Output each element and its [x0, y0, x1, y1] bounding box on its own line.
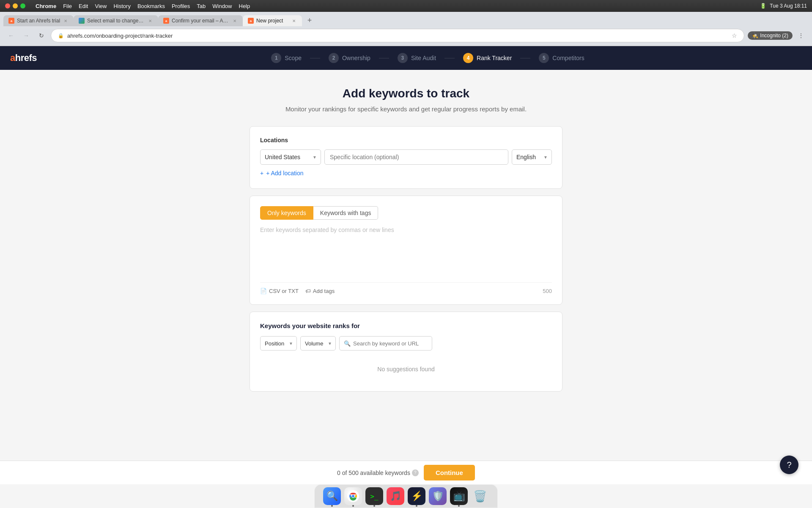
tab-favicon-3: a — [163, 18, 169, 24]
step-num-3: 3 — [398, 53, 408, 63]
close-button[interactable] — [5, 3, 10, 8]
browser-chrome: a Start an Ahrefs trial ✕ Select email t… — [0, 12, 812, 46]
menu-edit[interactable]: Edit — [79, 3, 88, 9]
filters-row: Position ▼ Volume ▼ 🔍 — [260, 336, 552, 351]
app-header: ahrefs 1 Scope 2 Ownership 3 Site Audit — [0, 46, 812, 70]
ahrefs-logo: ahrefs — [10, 52, 37, 64]
menu-view[interactable]: View — [95, 3, 107, 9]
help-button[interactable]: ? — [780, 456, 798, 474]
dock-thunderbolt[interactable]: ⚡ — [408, 487, 425, 505]
menu-profiles[interactable]: Profiles — [172, 3, 190, 9]
tab-close-3[interactable]: ✕ — [232, 18, 238, 24]
step-num-4: 4 — [463, 53, 473, 63]
position-filter-wrapper: Position ▼ — [260, 336, 297, 351]
step-rank-tracker[interactable]: 4 Rank Tracker — [455, 53, 520, 63]
tab-title-1: Start an Ahrefs trial — [17, 18, 60, 24]
maximize-button[interactable] — [20, 3, 25, 8]
step-label-5: Competitors — [552, 55, 584, 61]
char-count: 500 — [543, 288, 552, 294]
keywords-card: Only keywords Keywords with tags 📄 CSV o… — [250, 196, 562, 305]
step-scope[interactable]: 1 Scope — [263, 53, 310, 63]
tab-title-2: Select email to change | Djang... — [87, 18, 145, 24]
extensions-button[interactable]: ⋮ — [795, 30, 807, 41]
browser-tab-2[interactable]: Select email to change | Djang... ✕ — [74, 15, 158, 26]
logo-a: a — [10, 52, 15, 63]
country-select-wrapper: United States United Kingdom Canada Aust… — [260, 149, 321, 165]
tab-only-keywords[interactable]: Only keywords — [260, 206, 313, 220]
browser-tab-1[interactable]: a Start an Ahrefs trial ✕ — [3, 15, 74, 26]
step-sep-3 — [444, 58, 455, 58]
traffic-lights[interactable] — [5, 3, 25, 8]
volume-filter[interactable]: Volume — [300, 336, 336, 351]
forward-button[interactable]: → — [20, 30, 32, 41]
omnibar[interactable]: 🔒 ahrefs.com/onboarding-project/rank-tra… — [51, 29, 744, 42]
position-filter[interactable]: Position — [260, 336, 297, 351]
locations-row: United States United Kingdom Canada Aust… — [260, 149, 552, 165]
dock-terminal[interactable]: >_ — [365, 487, 383, 505]
omnibar-row: ← → ↻ 🔒 ahrefs.com/onboarding-project/ra… — [0, 26, 812, 46]
battery-icon: 🔋 — [760, 3, 766, 9]
step-num-5: 5 — [539, 53, 549, 63]
keyword-tabs: Only keywords Keywords with tags — [260, 206, 552, 220]
dock-finder[interactable]: 🔍 — [323, 487, 341, 505]
bottom-bar: 0 of 500 available keywords ? Continue — [0, 461, 812, 484]
step-site-audit[interactable]: 3 Site Audit — [389, 53, 444, 63]
add-location-button[interactable]: + + Add location — [260, 168, 304, 178]
step-sep-1 — [310, 58, 320, 58]
keyword-search-input[interactable] — [353, 340, 428, 347]
add-location-plus-icon: + — [260, 170, 263, 177]
csv-upload-button[interactable]: 📄 CSV or TXT — [260, 288, 299, 294]
tab-title-4: New project — [256, 18, 288, 24]
info-icon[interactable]: ? — [412, 469, 419, 476]
menu-help[interactable]: Help — [239, 3, 250, 9]
dock-trash[interactable]: 🗑️ — [471, 487, 489, 505]
keywords-counter: 0 of 500 available keywords ? — [337, 469, 419, 476]
page-title: Add keywords to track — [343, 87, 469, 100]
tab-close-1[interactable]: ✕ — [63, 18, 69, 24]
step-sep-4 — [520, 58, 530, 58]
dock-chrome[interactable] — [344, 487, 362, 505]
language-select[interactable]: English Spanish French German — [512, 149, 552, 165]
menu-window[interactable]: Window — [212, 3, 232, 9]
step-ownership[interactable]: 2 Ownership — [320, 53, 379, 63]
step-label-2: Ownership — [342, 55, 370, 61]
add-tags-label: Add tags — [313, 288, 335, 294]
music-icon: 🎵 — [390, 491, 401, 502]
dock-media[interactable]: 📺 — [450, 487, 468, 505]
minimize-button[interactable] — [13, 3, 18, 8]
dock-music[interactable]: 🎵 — [387, 487, 404, 505]
dock-security[interactable]: 🛡️ — [429, 487, 447, 505]
incognito-label: Incognito (2) — [760, 33, 788, 39]
country-select[interactable]: United States United Kingdom Canada Aust… — [260, 149, 321, 165]
bookmark-icon[interactable]: ☆ — [732, 32, 737, 39]
menu-tab[interactable]: Tab — [197, 3, 206, 9]
file-icon: 📄 — [260, 288, 267, 294]
reload-button[interactable]: ↻ — [36, 30, 47, 41]
keywords-textarea[interactable] — [260, 226, 552, 277]
menu-history[interactable]: History — [113, 3, 130, 9]
csv-btn-label: CSV or TXT — [269, 288, 299, 294]
page-subtitle: Monitor your rankings for specific keywo… — [285, 105, 527, 113]
specific-location-input[interactable] — [324, 149, 508, 165]
tab-close-2[interactable]: ✕ — [147, 18, 153, 24]
continue-button[interactable]: Continue — [424, 465, 475, 480]
menu-file[interactable]: File — [63, 3, 72, 9]
footer-left: 📄 CSV or TXT 🏷 Add tags — [260, 288, 335, 294]
browser-tab-4[interactable]: a New project ✕ — [243, 15, 302, 26]
step-num-1: 1 — [271, 53, 281, 63]
search-wrapper: 🔍 — [339, 336, 432, 351]
back-button[interactable]: ← — [5, 30, 17, 41]
tab-close-4[interactable]: ✕ — [291, 18, 297, 24]
tab-keywords-with-tags[interactable]: Keywords with tags — [313, 206, 379, 220]
incognito-badge[interactable]: 🕵 Incognito (2) — [748, 31, 793, 40]
menu-bookmarks[interactable]: Bookmarks — [137, 3, 165, 9]
new-tab-button[interactable]: + — [304, 14, 315, 26]
step-competitors[interactable]: 5 Competitors — [530, 53, 593, 63]
browser-tab-3[interactable]: a Confirm your email – Ahrefs ✕ — [158, 15, 243, 26]
macos-titlebar: Chrome File Edit View History Bookmarks … — [0, 0, 812, 12]
tag-icon: 🏷 — [305, 288, 311, 294]
menu-chrome[interactable]: Chrome — [36, 3, 56, 9]
step-label-3: Site Audit — [411, 55, 436, 61]
add-tags-button[interactable]: 🏷 Add tags — [305, 288, 335, 294]
ahrefs-app: ahrefs 1 Scope 2 Ownership 3 Site Audit — [0, 46, 812, 508]
